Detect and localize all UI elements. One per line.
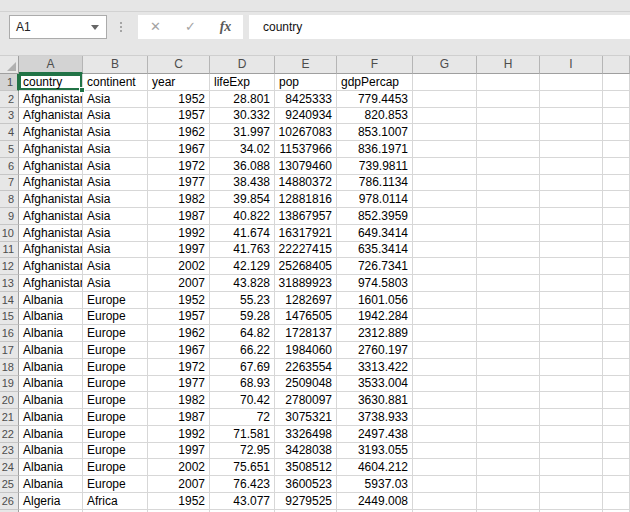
cell-F23[interactable]: 3193.055 xyxy=(337,443,413,460)
cell-G4[interactable] xyxy=(413,124,477,141)
name-box[interactable]: A1 xyxy=(9,15,107,39)
cell-J14[interactable] xyxy=(603,292,630,309)
select-all-corner[interactable] xyxy=(0,56,19,74)
cell-G5[interactable] xyxy=(413,141,477,158)
cell-J2[interactable] xyxy=(603,91,630,108)
cell-H16[interactable] xyxy=(477,325,540,342)
row-header-16[interactable]: 16 xyxy=(0,325,19,342)
cell-B10[interactable]: Asia xyxy=(83,225,148,242)
cell-A24[interactable]: Albania xyxy=(19,459,83,476)
cell-G19[interactable] xyxy=(413,376,477,393)
cell-C16[interactable]: 1962 xyxy=(148,325,210,342)
cell-H6[interactable] xyxy=(477,158,540,175)
row-header-23[interactable]: 23 xyxy=(0,443,19,460)
cell-B4[interactable]: Asia xyxy=(83,124,148,141)
cell-H3[interactable] xyxy=(477,108,540,125)
cell-H9[interactable] xyxy=(477,208,540,225)
cell-A26[interactable]: Algeria xyxy=(19,493,83,510)
cell-A20[interactable]: Albania xyxy=(19,392,83,409)
cell-D20[interactable]: 70.42 xyxy=(210,392,275,409)
cell-D2[interactable]: 28.801 xyxy=(210,91,275,108)
cell-J1[interactable] xyxy=(603,74,630,91)
cell-E23[interactable]: 3428038 xyxy=(275,443,337,460)
column-header-H[interactable]: H xyxy=(477,56,540,74)
cell-D7[interactable]: 38.438 xyxy=(210,175,275,192)
cell-B11[interactable]: Asia xyxy=(83,242,148,259)
cell-C13[interactable]: 2007 xyxy=(148,275,210,292)
cell-G12[interactable] xyxy=(413,258,477,275)
cell-H4[interactable] xyxy=(477,124,540,141)
insert-function-icon[interactable]: fx xyxy=(208,16,243,38)
cell-D10[interactable]: 41.674 xyxy=(210,225,275,242)
column-header-A[interactable]: A xyxy=(19,56,83,74)
cell-J13[interactable] xyxy=(603,275,630,292)
cell-C7[interactable]: 1977 xyxy=(148,175,210,192)
cell-B14[interactable]: Europe xyxy=(83,292,148,309)
cell-H21[interactable] xyxy=(477,409,540,426)
cell-A2[interactable]: Afghanistan xyxy=(19,91,83,108)
cell-G14[interactable] xyxy=(413,292,477,309)
cell-I21[interactable] xyxy=(540,409,603,426)
row-header-14[interactable]: 14 xyxy=(0,292,19,309)
cell-I19[interactable] xyxy=(540,376,603,393)
cell-H8[interactable] xyxy=(477,191,540,208)
cell-A4[interactable]: Afghanistan xyxy=(19,124,83,141)
cell-C9[interactable]: 1987 xyxy=(148,208,210,225)
cell-B18[interactable]: Europe xyxy=(83,359,148,376)
cell-H2[interactable] xyxy=(477,91,540,108)
cell-D11[interactable]: 41.763 xyxy=(210,242,275,259)
cell-E1[interactable]: pop xyxy=(275,74,337,91)
cell-F2[interactable]: 779.4453 xyxy=(337,91,413,108)
cell-B8[interactable]: Asia xyxy=(83,191,148,208)
column-header-B[interactable]: B xyxy=(83,56,148,74)
cell-D1[interactable]: lifeExp xyxy=(210,74,275,91)
cell-D21[interactable]: 72 xyxy=(210,409,275,426)
cell-A18[interactable]: Albania xyxy=(19,359,83,376)
cell-G26[interactable] xyxy=(413,493,477,510)
row-header-26[interactable]: 26 xyxy=(0,493,19,510)
row-header-3[interactable]: 3 xyxy=(0,108,19,125)
cell-I18[interactable] xyxy=(540,359,603,376)
cell-C18[interactable]: 1972 xyxy=(148,359,210,376)
row-header-13[interactable]: 13 xyxy=(0,275,19,292)
cell-B16[interactable]: Europe xyxy=(83,325,148,342)
cell-F17[interactable]: 2760.197 xyxy=(337,342,413,359)
cell-F22[interactable]: 2497.438 xyxy=(337,426,413,443)
cell-C15[interactable]: 1957 xyxy=(148,309,210,326)
cell-E18[interactable]: 2263554 xyxy=(275,359,337,376)
row-header-15[interactable]: 15 xyxy=(0,309,19,326)
cell-D22[interactable]: 71.581 xyxy=(210,426,275,443)
cell-E26[interactable]: 9279525 xyxy=(275,493,337,510)
cell-G7[interactable] xyxy=(413,175,477,192)
cell-J22[interactable] xyxy=(603,426,630,443)
cell-A5[interactable]: Afghanistan xyxy=(19,141,83,158)
cell-F1[interactable]: gdpPercap xyxy=(337,74,413,91)
cell-G9[interactable] xyxy=(413,208,477,225)
cell-I15[interactable] xyxy=(540,309,603,326)
row-header-5[interactable]: 5 xyxy=(0,141,19,158)
column-header-E[interactable]: E xyxy=(275,56,337,74)
cell-C26[interactable]: 1952 xyxy=(148,493,210,510)
cell-B6[interactable]: Asia xyxy=(83,158,148,175)
cell-I2[interactable] xyxy=(540,91,603,108)
cell-I20[interactable] xyxy=(540,392,603,409)
cell-D4[interactable]: 31.997 xyxy=(210,124,275,141)
cell-G16[interactable] xyxy=(413,325,477,342)
cell-E2[interactable]: 8425333 xyxy=(275,91,337,108)
row-header-18[interactable]: 18 xyxy=(0,359,19,376)
cell-H26[interactable] xyxy=(477,493,540,510)
cell-A19[interactable]: Albania xyxy=(19,376,83,393)
cell-F13[interactable]: 974.5803 xyxy=(337,275,413,292)
cell-F10[interactable]: 649.3414 xyxy=(337,225,413,242)
cell-I17[interactable] xyxy=(540,342,603,359)
cell-A3[interactable]: Afghanistan xyxy=(19,108,83,125)
cell-I10[interactable] xyxy=(540,225,603,242)
cell-D25[interactable]: 76.423 xyxy=(210,476,275,493)
cell-A9[interactable]: Afghanistan xyxy=(19,208,83,225)
cell-A17[interactable]: Albania xyxy=(19,342,83,359)
cell-A23[interactable]: Albania xyxy=(19,443,83,460)
cell-B12[interactable]: Asia xyxy=(83,258,148,275)
row-header-6[interactable]: 6 xyxy=(0,158,19,175)
cell-A11[interactable]: Afghanistan xyxy=(19,242,83,259)
cell-E13[interactable]: 31889923 xyxy=(275,275,337,292)
